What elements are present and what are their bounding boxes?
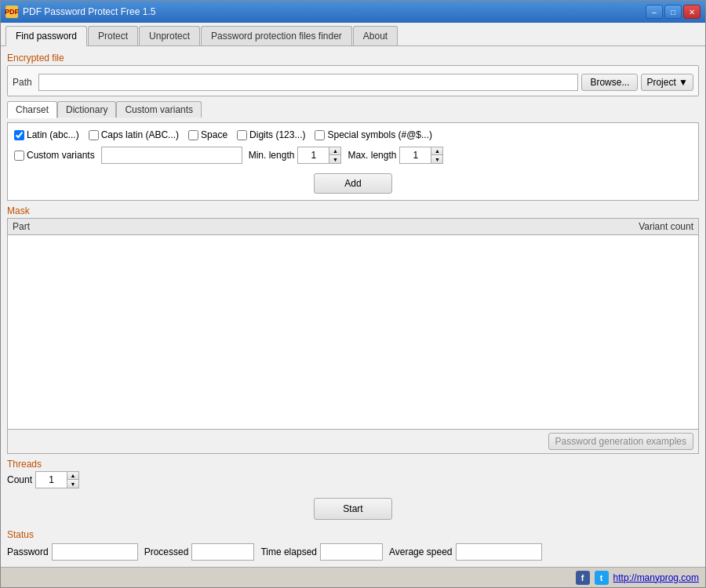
- caps-option[interactable]: Caps latin (ABC...): [89, 129, 179, 140]
- threads-count-spinner-buttons: ▲ ▼: [67, 471, 79, 488]
- close-button[interactable]: ✕: [683, 5, 701, 19]
- min-length-spinner: 1 ▲ ▼: [297, 147, 341, 164]
- password-status-label: Password: [7, 546, 49, 557]
- title-bar-left: PDF PDF Password Protect Free 1.5: [5, 5, 155, 18]
- path-input[interactable]: [38, 74, 579, 91]
- password-field-group: Password: [7, 543, 138, 561]
- min-length-up-button[interactable]: ▲: [329, 147, 340, 155]
- special-checkbox[interactable]: [315, 130, 325, 140]
- latin-label: Latin (abc...): [27, 129, 79, 140]
- main-tab-bar: Find password Protect Unprotect Password…: [1, 23, 705, 46]
- count-label: Count: [7, 474, 32, 485]
- charset-content: Latin (abc...) Caps latin (ABC...) Space…: [7, 122, 699, 201]
- path-row: Path Browse... Project ▼: [13, 74, 693, 91]
- facebook-icon[interactable]: f: [576, 571, 590, 585]
- mask-table-body: [8, 235, 698, 429]
- status-section-label: Status: [7, 529, 699, 540]
- min-length-group: Min. length 1 ▲ ▼: [249, 147, 342, 164]
- custom-variants-option[interactable]: Custom variants: [14, 150, 95, 161]
- special-option[interactable]: Special symbols (#@$...): [315, 129, 432, 140]
- footer-bar: f t http://manyprog.com: [1, 567, 705, 587]
- tab-about[interactable]: About: [353, 26, 398, 45]
- app-icon: PDF: [5, 5, 18, 18]
- website-link[interactable]: http://manyprog.com: [613, 572, 699, 583]
- add-button[interactable]: Add: [314, 173, 392, 194]
- charset-options-row: Latin (abc...) Caps latin (ABC...) Space…: [14, 129, 692, 140]
- twitter-icon[interactable]: t: [595, 571, 609, 585]
- tab-unprotect[interactable]: Unprotect: [139, 26, 200, 45]
- charset-section: Charset Dictionary Custom variants Latin…: [7, 101, 699, 201]
- encrypted-file-section: Encrypted file Path Browse... Project ▼: [7, 53, 699, 96]
- max-length-label: Max. length: [348, 150, 396, 161]
- max-length-spinner: 1 ▲ ▼: [399, 147, 443, 164]
- main-content: Encrypted file Path Browse... Project ▼ …: [1, 46, 705, 567]
- threads-row: Count 1 ▲ ▼: [7, 471, 699, 488]
- time-elapsed-input[interactable]: [320, 543, 383, 561]
- digits-option[interactable]: Digits (123...): [237, 129, 305, 140]
- tab-password-protection-files-finder[interactable]: Password protection files finder: [201, 26, 352, 45]
- min-length-down-button[interactable]: ▼: [329, 155, 340, 163]
- min-length-label: Min. length: [249, 150, 295, 161]
- processed-label: Processed: [144, 546, 189, 557]
- latin-checkbox[interactable]: [14, 130, 24, 140]
- custom-variants-checkbox[interactable]: [14, 151, 24, 161]
- start-button[interactable]: Start: [314, 498, 392, 520]
- encrypted-file-group: Path Browse... Project ▼: [7, 65, 699, 96]
- inner-tab-bar: Charset Dictionary Custom variants: [7, 101, 699, 118]
- password-status-input[interactable]: [52, 543, 138, 561]
- start-btn-row: Start: [7, 498, 699, 520]
- digits-label: Digits (123...): [249, 129, 305, 140]
- max-length-spinner-buttons: ▲ ▼: [431, 147, 443, 164]
- threads-count-spinner: 1 ▲ ▼: [35, 471, 79, 488]
- maximize-button[interactable]: □: [664, 5, 682, 19]
- status-section: Status Password Processed Time elapsed A…: [7, 529, 699, 561]
- window-title: PDF Password Protect Free 1.5: [23, 6, 155, 17]
- mask-footer: Password generation examples: [8, 429, 698, 453]
- min-length-spinner-buttons: ▲ ▼: [329, 147, 341, 164]
- status-row: Password Processed Time elapsed Average …: [7, 543, 699, 561]
- custom-variants-label: Custom variants: [27, 150, 95, 161]
- caps-label: Caps latin (ABC...): [101, 129, 179, 140]
- space-option[interactable]: Space: [188, 129, 227, 140]
- max-length-up-button[interactable]: ▲: [431, 147, 442, 155]
- caps-checkbox[interactable]: [89, 130, 99, 140]
- threads-section: Threads Count 1 ▲ ▼: [7, 459, 699, 488]
- title-buttons: – □ ✕: [646, 5, 701, 19]
- password-generation-examples-button[interactable]: Password generation examples: [548, 433, 693, 450]
- latin-option[interactable]: Latin (abc...): [14, 129, 79, 140]
- custom-variants-input[interactable]: [101, 147, 242, 164]
- project-button[interactable]: Project ▼: [641, 74, 693, 91]
- path-label: Path: [13, 77, 32, 88]
- tab-find-password[interactable]: Find password: [5, 26, 87, 46]
- mask-col-count-header: Variant count: [599, 221, 693, 232]
- max-length-down-button[interactable]: ▼: [431, 155, 442, 163]
- mask-col-part-header: Part: [13, 221, 599, 232]
- min-length-input[interactable]: 1: [297, 147, 329, 164]
- threads-count-up-button[interactable]: ▲: [67, 472, 78, 480]
- space-checkbox[interactable]: [188, 130, 198, 140]
- threads-count-down-button[interactable]: ▼: [67, 480, 78, 488]
- browse-button[interactable]: Browse...: [581, 74, 638, 91]
- avg-speed-field-group: Average speed: [389, 543, 542, 561]
- avg-speed-input[interactable]: [456, 543, 542, 561]
- custom-row: Custom variants Min. length 1 ▲ ▼: [14, 147, 692, 164]
- mask-section-label: Mask: [7, 205, 699, 216]
- tab-custom-variants[interactable]: Custom variants: [116, 101, 202, 118]
- processed-field-group: Processed: [144, 543, 255, 561]
- add-btn-row: Add: [14, 173, 692, 194]
- time-elapsed-label: Time elapsed: [260, 546, 317, 557]
- processed-input[interactable]: [191, 543, 254, 561]
- threads-count-input[interactable]: 1: [35, 471, 67, 488]
- title-bar: PDF PDF Password Protect Free 1.5 – □ ✕: [1, 1, 705, 23]
- tab-protect[interactable]: Protect: [88, 26, 138, 45]
- minimize-button[interactable]: –: [646, 5, 663, 19]
- main-window: PDF PDF Password Protect Free 1.5 – □ ✕ …: [0, 0, 706, 588]
- digits-checkbox[interactable]: [237, 130, 247, 140]
- tab-charset[interactable]: Charset: [7, 101, 57, 118]
- mask-table-header: Part Variant count: [8, 219, 698, 235]
- threads-section-label: Threads: [7, 459, 699, 470]
- max-length-input[interactable]: 1: [399, 147, 431, 164]
- time-elapsed-field-group: Time elapsed: [260, 543, 383, 561]
- avg-speed-label: Average speed: [389, 546, 453, 557]
- tab-dictionary[interactable]: Dictionary: [57, 101, 116, 118]
